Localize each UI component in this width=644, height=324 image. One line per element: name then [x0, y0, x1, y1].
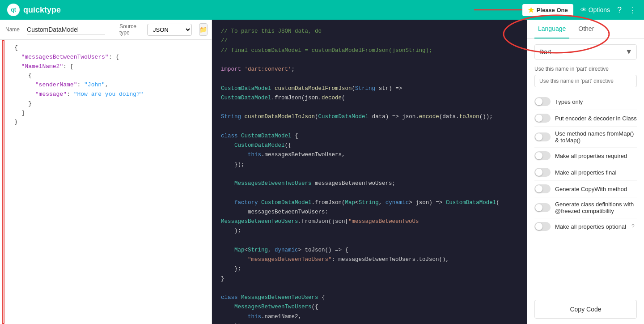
part-directive-label: Use this name in 'part' directive [534, 66, 637, 72]
copy-with-toggle[interactable] [534, 184, 551, 193]
all-final-label: Make all properties final [555, 169, 616, 176]
tab-language[interactable]: Language [534, 20, 569, 38]
name-input[interactable] [27, 25, 105, 34]
types-only-label: Types only [555, 98, 583, 105]
toggle-row-method-names: Use method names fromMap() & toMap() [534, 127, 637, 148]
main-layout: Name Source type JSON GraphQL TypeScript… [0, 20, 644, 324]
copy-code-button[interactable]: Copy Code [534, 300, 637, 319]
json-editor-content: { "messagesBetweenTwoUsers": { "Name1Nam… [0, 43, 212, 127]
types-only-toggle[interactable] [534, 97, 551, 106]
toggle-row-freezed: Generate class definitions with @freezed… [534, 197, 637, 218]
source-type-label: Source type [119, 23, 136, 36]
language-tabs: Language Other [527, 20, 644, 39]
header: qt quicktype ★ Please One 👁 Options ? ⋮ [0, 0, 644, 20]
logo-icon: qt [7, 4, 20, 16]
folder-button[interactable]: 📁 [199, 23, 208, 36]
toggle-row-all-required: Make all properties required [534, 148, 637, 164]
options-label: Options [589, 6, 610, 13]
eye-icon: 👁 [580, 6, 587, 13]
help-button[interactable]: ? [617, 5, 622, 15]
encoder-decoder-label: Put encoder & decoder in Class [555, 115, 637, 122]
panel-header: Name Source type JSON GraphQL TypeScript… [0, 20, 212, 40]
language-dropdown-wrapper: Dart TypeScript JavaScript Swift Kotlin … [534, 44, 637, 60]
more-menu-button[interactable]: ⋮ [629, 5, 637, 15]
please-one-label: Please One [537, 7, 568, 13]
star-icon: ★ [528, 6, 534, 14]
please-one-button[interactable]: ★ Please One [522, 4, 573, 16]
toggle-row-copy-with: Generate CopyWith method [534, 181, 637, 197]
toggle-row-encoder-decoder: Put encoder & decoder in Class [534, 110, 637, 127]
code-panel: // To parse this JSON data, do // // fin… [212, 20, 527, 324]
part-directive-input[interactable] [534, 75, 637, 87]
all-required-toggle[interactable] [534, 151, 551, 160]
header-right: ★ Please One 👁 Options ? ⋮ [522, 4, 637, 16]
method-names-label: Use method names fromMap() & toMap() [555, 130, 637, 144]
logo-text: quicktype [23, 5, 61, 15]
toggle-row-all-final: Make all properties final [534, 164, 637, 181]
options-content: Dart TypeScript JavaScript Swift Kotlin … [527, 39, 644, 294]
source-type-select[interactable]: JSON GraphQL TypeScript [147, 24, 192, 36]
json-editor[interactable]: { "messagesBetweenTwoUsers": { "Name1Nam… [0, 40, 212, 324]
encoder-decoder-toggle[interactable] [534, 114, 551, 123]
language-select[interactable]: Dart TypeScript JavaScript Swift Kotlin … [534, 44, 637, 60]
toggle-row-all-optional: Make all properties optional ? [534, 218, 637, 234]
name-label: Name [5, 26, 20, 33]
copy-with-label: Generate CopyWith method [555, 186, 627, 192]
method-names-toggle[interactable] [534, 132, 551, 141]
left-panel: Name Source type JSON GraphQL TypeScript… [0, 20, 212, 324]
toggle-row-types-only: Types only [534, 94, 637, 110]
options-button[interactable]: 👁 Options [580, 6, 610, 13]
all-required-label: Make all properties required [555, 153, 627, 159]
tab-other[interactable]: Other [575, 20, 597, 38]
help-icon[interactable]: ? [631, 223, 635, 230]
all-final-toggle[interactable] [534, 168, 551, 177]
freezed-label: Generate class definitions with @freezed… [555, 201, 637, 214]
freezed-toggle[interactable] [534, 203, 551, 212]
all-optional-toggle[interactable] [534, 222, 551, 231]
logo: qt quicktype [7, 4, 61, 16]
right-panel: Language Other Dart TypeScript JavaScrip… [527, 20, 644, 324]
all-optional-label: Make all properties optional [555, 223, 626, 230]
